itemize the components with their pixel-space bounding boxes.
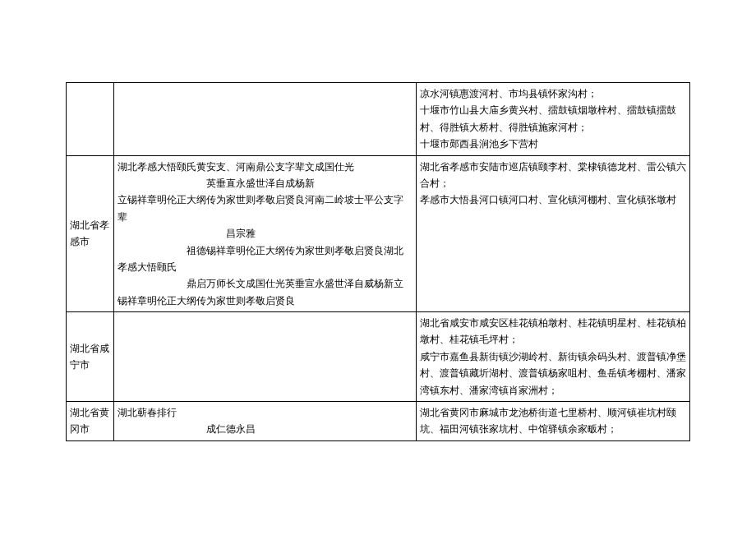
text-line: 咸宁市嘉鱼县新街镇沙湖岭村、新街镇余码头村、渡普镇净堡村、渡普镇藏圻湖村、渡普镇…: [420, 348, 686, 399]
text-line: 湖北省咸安市咸安区桂花镇柏墩村、桂花镇明星村、桂花镇柏墩村、桂花镇毛坪村；: [420, 315, 686, 348]
region-cell: 湖北省黄冈市: [67, 402, 114, 441]
mid-cell: [114, 83, 417, 156]
genealogy-table: 凉水河镇惠渡河村、市均县镇怀家沟村； 十堰市竹山县大庙乡黄兴村、擂鼓镇烟墩梓村、…: [66, 82, 690, 441]
text-line: 孝感大悟颐氏: [118, 259, 413, 275]
text-line: 祖德锡祥章明伦正大纲传为家世则孝敬启贤良湖北: [118, 242, 413, 259]
text-line: 孝感市大悟县河口镇河口村、宣化镇河棚村、宣化镇张墩村: [420, 191, 686, 208]
region-cell: 湖北省咸宁市: [67, 312, 114, 402]
text-line: 十堰市郧西县涧池乡下营村: [420, 136, 686, 152]
mid-cell: 湖北孝感大悟颐氏黄安支、河南鼎公支字辈文成国仕光 英垂直永盛世泽自成杨新 立锡祥…: [114, 155, 417, 312]
text-line: 湖北省孝感市安陆市巡店镇颐李村、棠棣镇德龙村、雷公镇六合村；: [420, 159, 686, 192]
region-cell: [67, 83, 114, 156]
right-cell: 湖北省黄冈市麻城市龙池桥街道七里桥村、顺河镇崔坑村颐坑、福田河镇张家坑村、中馆驿…: [417, 402, 690, 441]
table-row: 湖北省孝感市 湖北孝感大悟颐氏黄安支、河南鼎公支字辈文成国仕光 英垂直永盛世泽自…: [67, 155, 690, 312]
text-line: 成仁德永昌: [118, 421, 413, 437]
text-line: 英垂直永盛世泽自成杨新: [118, 175, 413, 191]
right-cell: 湖北省孝感市安陆市巡店镇颐李村、棠棣镇德龙村、雷公镇六合村； 孝感市大悟县河口镇…: [417, 155, 690, 312]
right-cell: 凉水河镇惠渡河村、市均县镇怀家沟村； 十堰市竹山县大庙乡黄兴村、擂鼓镇烟墩梓村、…: [417, 83, 690, 156]
text-line: 湖北蕲春排行: [118, 404, 413, 421]
table-row: 凉水河镇惠渡河村、市均县镇怀家沟村； 十堰市竹山县大庙乡黄兴村、擂鼓镇烟墩梓村、…: [67, 83, 690, 156]
text-line: 鼎启万师长文成国仕光英垂宣永盛世泽自威杨新立锡祥章明伦正大纲传为家世则孝敬启贤良: [118, 275, 413, 309]
text-line: 湖北省黄冈市麻城市龙池桥街道七里桥村、顺河镇崔坑村颐坑、福田河镇张家坑村、中馆驿…: [420, 404, 686, 438]
table-row: 湖北省黄冈市 湖北蕲春排行 成仁德永昌 湖北省黄冈市麻城市龙池桥街道七里桥村、顺…: [67, 402, 690, 441]
text-line: 凉水河镇惠渡河村、市均县镇怀家沟村；: [420, 85, 686, 102]
text-line: 立锡祥章明伦正大纲传为家世则孝敬启贤良河南二岭坡士平公支字辈: [118, 191, 413, 225]
mid-cell: [114, 312, 417, 402]
table-row: 湖北省咸宁市 湖北省咸安市咸安区桂花镇柏墩村、桂花镇明星村、桂花镇柏墩村、桂花镇…: [67, 312, 690, 402]
text-line: 昌宗雅: [118, 225, 413, 242]
region-cell: 湖北省孝感市: [67, 155, 114, 312]
text-line: 湖北孝感大悟颐氏黄安支、河南鼎公支字辈文成国仕光: [118, 159, 413, 175]
right-cell: 湖北省咸安市咸安区桂花镇柏墩村、桂花镇明星村、桂花镇柏墩村、桂花镇毛坪村； 咸宁…: [417, 312, 690, 402]
text-line: 十堰市竹山县大庙乡黄兴村、擂鼓镇烟墩梓村、擂鼓镇擂鼓村、得胜镇大桥村、得胜镇施家…: [420, 102, 686, 136]
mid-cell: 湖北蕲春排行 成仁德永昌: [114, 402, 417, 441]
